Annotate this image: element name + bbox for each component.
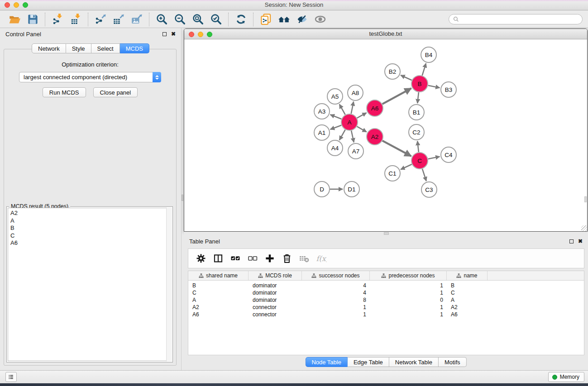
edge-B-B1[interactable] (417, 92, 419, 103)
minimize-window-button[interactable] (14, 2, 19, 8)
edge-A-A1[interactable] (330, 125, 342, 129)
export-image-button[interactable] (128, 12, 146, 27)
result-item[interactable]: B (8, 224, 171, 232)
open-file-button[interactable] (5, 12, 24, 27)
table-row[interactable]: A6connector11A6 (188, 311, 584, 318)
edge-A-A5[interactable] (339, 104, 345, 114)
edge-A-A8[interactable] (351, 102, 354, 114)
edge-A-A4[interactable] (339, 130, 345, 140)
zoom-out-button[interactable] (171, 12, 189, 27)
settings-button[interactable] (192, 250, 210, 267)
node-A7[interactable]: A7 (348, 143, 363, 159)
table-row[interactable]: Bdominator41B (188, 282, 584, 289)
node-C3[interactable]: C3 (421, 182, 437, 197)
close-table-panel-icon[interactable]: ✖ (578, 239, 583, 243)
node-C[interactable]: C (411, 152, 428, 169)
node-B[interactable]: B (411, 76, 428, 92)
save-session-button[interactable] (24, 12, 42, 27)
result-item[interactable]: A6 (8, 239, 171, 247)
edge-B-B2[interactable] (401, 75, 411, 80)
node-A1[interactable]: A1 (314, 125, 330, 140)
show-all-networks-button[interactable] (275, 12, 293, 27)
duplicate-network-button[interactable] (257, 12, 275, 27)
column-header-shared-name[interactable]: shared name (188, 271, 249, 280)
close-panel-icon[interactable]: ✖ (171, 32, 176, 36)
tab-node-table[interactable]: Node Table (305, 357, 348, 367)
create-column-button[interactable] (261, 250, 278, 267)
search-box[interactable] (449, 14, 583, 24)
node-B2[interactable]: B2 (385, 64, 400, 79)
node-A8[interactable]: A8 (348, 85, 363, 100)
window-resize-grip[interactable] (581, 225, 587, 231)
deselect-all-button[interactable] (244, 250, 261, 267)
import-table-button[interactable] (67, 12, 85, 27)
edge-B-B4[interactable] (422, 63, 426, 76)
tab-network[interactable]: Network (32, 43, 66, 53)
import-network-button[interactable] (48, 12, 67, 27)
edge-B-B3[interactable] (428, 86, 440, 88)
table-row[interactable]: Cdominator41C (188, 289, 584, 296)
edge-A-A7[interactable] (351, 131, 354, 143)
node-D[interactable]: D (314, 181, 330, 197)
node-C4[interactable]: C4 (441, 147, 456, 162)
result-scrollbar[interactable] (166, 207, 172, 362)
refresh-layout-button[interactable] (232, 12, 250, 27)
result-item[interactable]: A2 (8, 210, 171, 217)
edge-A2-C[interactable] (382, 141, 411, 156)
tab-mcds[interactable]: MCDS (120, 43, 149, 53)
memory-button[interactable]: Memory (548, 372, 584, 382)
edge-A-A6[interactable] (357, 113, 367, 118)
network-zoom-button[interactable] (207, 32, 212, 37)
edge-C-C2[interactable] (417, 141, 419, 152)
network-close-button[interactable] (189, 32, 194, 37)
zoom-window-button[interactable] (23, 2, 28, 8)
result-item[interactable]: A (8, 217, 171, 225)
hide-details-button[interactable] (293, 12, 311, 27)
criterion-dropdown[interactable]: largest connected component (directed) (19, 72, 161, 82)
node-A6[interactable]: A6 (367, 100, 383, 116)
search-input[interactable] (462, 16, 578, 23)
horizontal-divider[interactable] (184, 232, 588, 235)
node-A3[interactable]: A3 (314, 104, 330, 119)
column-header-successor-nodes[interactable]: successor nodes (302, 271, 370, 280)
node-A2[interactable]: A2 (367, 129, 383, 145)
node-B3[interactable]: B3 (441, 82, 456, 97)
table-row[interactable]: Adominator80A (188, 296, 584, 304)
column-layout-button[interactable] (210, 250, 227, 267)
delete-columns-button[interactable] (278, 250, 296, 267)
node-D1[interactable]: D1 (344, 181, 359, 197)
export-table-button[interactable] (110, 12, 128, 27)
select-all-button[interactable] (227, 250, 244, 267)
tab-select[interactable]: Select (91, 43, 120, 53)
node-C1[interactable]: C1 (385, 166, 400, 181)
node-A5[interactable]: A5 (327, 89, 343, 104)
float-table-panel-icon[interactable] (569, 239, 574, 243)
zoom-fit-button[interactable] (189, 12, 207, 27)
split-divider-handle[interactable] (182, 195, 183, 201)
column-header-name[interactable]: name (447, 271, 488, 280)
network-minimize-button[interactable] (198, 32, 203, 37)
edge-A6-B[interactable] (382, 88, 411, 104)
edge-A-A3[interactable] (330, 114, 342, 119)
close-panel-button[interactable]: Close panel (93, 87, 138, 97)
edge-C-C4[interactable] (428, 157, 440, 159)
edge-C-C3[interactable] (422, 169, 426, 181)
canvas-scrollbar-thumb[interactable] (584, 196, 587, 202)
node-B1[interactable]: B1 (409, 105, 424, 120)
node-A[interactable]: A (341, 114, 358, 130)
tab-style[interactable]: Style (66, 43, 91, 53)
column-header-predecessor-nodes[interactable]: predecessor nodes (370, 271, 447, 280)
edge-A-A2[interactable] (357, 126, 366, 132)
node-B4[interactable]: B4 (421, 47, 436, 62)
result-item[interactable]: C (8, 232, 171, 240)
node-A4[interactable]: A4 (327, 140, 343, 156)
divider-thumb[interactable] (384, 232, 389, 235)
zoom-in-button[interactable] (153, 12, 171, 27)
export-network-button[interactable] (91, 12, 110, 27)
task-history-button[interactable] (5, 372, 17, 382)
table-row[interactable]: A2connector11A2 (188, 304, 584, 311)
node-C2[interactable]: C2 (409, 124, 424, 140)
run-mcds-button[interactable]: Run MCDS (43, 87, 86, 97)
zoom-selected-button[interactable] (207, 12, 225, 27)
show-details-button[interactable] (311, 12, 329, 27)
